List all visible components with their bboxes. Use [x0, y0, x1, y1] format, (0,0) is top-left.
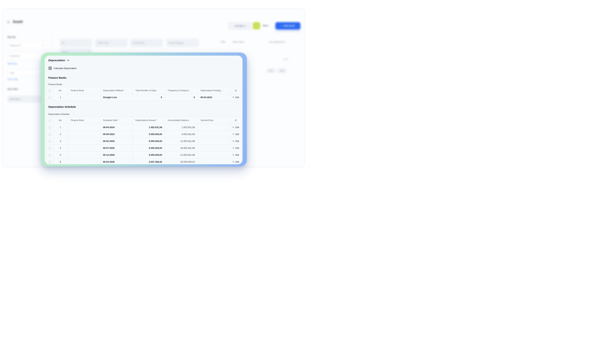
finance-book-cell[interactable]	[68, 131, 100, 138]
edit-button[interactable]: ✎Edit	[232, 140, 239, 143]
finance-book-cell[interactable]	[68, 138, 100, 144]
journal-entry-cell[interactable]	[198, 138, 230, 144]
row-checkbox[interactable]	[49, 126, 51, 129]
depreciation-amount-cell[interactable]: 5.000.000,00	[133, 138, 165, 144]
depreciation-amount-cell[interactable]: 3.947.368,42	[133, 158, 165, 164]
schedule-row: 5 06-12-2025 5.000.000,00 21.052.631,58 …	[47, 151, 241, 158]
select-all-checkbox[interactable]	[49, 119, 51, 122]
row-checkbox[interactable]	[49, 160, 51, 164]
filter-asset-name-input[interactable]: Asset Name	[130, 39, 163, 47]
finance-book-cell[interactable]	[68, 158, 100, 164]
row-checkbox[interactable]	[49, 96, 51, 99]
row-number: 1	[53, 94, 68, 101]
tags-select[interactable]: Tags ▾	[7, 69, 46, 76]
hamburger-menu-icon[interactable]: ☰	[7, 20, 10, 24]
col-posting-date: Depreciation Posting ...	[198, 87, 230, 94]
schedule-date-cell[interactable]: 06-07-2025	[100, 145, 133, 151]
filter-asset-category-label: Asset Category	[169, 42, 184, 44]
pencil-icon: ✎	[232, 154, 234, 156]
gear-icon[interactable]: ⚙	[235, 119, 237, 122]
filter-id-input[interactable]: ID	[60, 39, 92, 47]
schedule-date-cell[interactable]: 06-04-2026	[100, 158, 133, 164]
add-asset-label: Add Asset	[284, 25, 295, 27]
journal-entry-cell[interactable]	[198, 145, 230, 151]
depreciation-method-cell[interactable]: Straight Line	[100, 94, 133, 101]
calculate-depreciation-row: ✓ Calculate Depreciation	[48, 66, 77, 70]
edit-button[interactable]: ✎Edit	[232, 133, 239, 136]
schedule-date-cell[interactable]: 06-04-2024	[100, 124, 133, 131]
total-depreciations-cell[interactable]: 5	[133, 94, 165, 101]
edit-button[interactable]: ✎Edit	[232, 154, 239, 156]
edit-button[interactable]: ✎Edit	[232, 126, 239, 129]
row-checkbox[interactable]	[49, 140, 51, 143]
finance-book-cell[interactable]	[68, 152, 100, 158]
clear-filters-button[interactable]: Clear Filters	[232, 41, 244, 43]
list-view-dropdown[interactable]: List View ▾	[228, 22, 252, 30]
filter-name-input[interactable]: Filter Name	[7, 96, 46, 103]
row-checkbox[interactable]	[49, 146, 51, 150]
schedule-date-cell[interactable]: 06-12-2025	[100, 152, 133, 158]
required-marker: *	[156, 119, 157, 122]
add-asset-button[interactable]: + Add Asset	[275, 22, 300, 29]
chevron-down-icon: ▾	[42, 44, 43, 47]
page-size-100[interactable]: 100	[277, 68, 286, 73]
pencil-icon: ✎	[232, 140, 234, 143]
col-journal-entry: Journal Entry	[198, 117, 230, 124]
notification-button[interactable]	[253, 22, 260, 29]
row-number: 1	[53, 124, 68, 131]
edit-filters-link[interactable]: Edit Filters	[8, 63, 17, 65]
finance-book-cell[interactable]	[68, 124, 100, 131]
gear-icon[interactable]: ⚙	[235, 89, 237, 92]
filter-button[interactable]: Filter	[221, 41, 226, 43]
schedule-date-cell[interactable]: 06-09-2024	[100, 131, 133, 138]
depreciation-title: Depreciation	[48, 59, 65, 62]
kebab-menu-icon[interactable]: ⋮	[260, 41, 262, 43]
edit-button[interactable]: ✎Edit	[232, 96, 239, 99]
filter-asset-name-label: Asset Name	[133, 42, 145, 44]
chevron-up-icon[interactable]	[67, 59, 69, 62]
frequency-cell[interactable]: 5	[165, 94, 198, 101]
col-no: No.	[53, 87, 68, 94]
edit-button[interactable]: ✎Edit	[232, 147, 239, 149]
finance-book-cell[interactable]	[68, 145, 100, 151]
finance-books-table-label: Finance Books	[48, 83, 62, 85]
created-by-select[interactable]: Created By ▾	[7, 52, 46, 60]
record-count: 1 of 5	[283, 58, 288, 60]
depreciation-amount-cell[interactable]: 1.052.631,58	[133, 124, 165, 131]
accumulated-cell: 11.052.631,58	[165, 138, 198, 144]
page: ☰ Asset List View ▾ Menu + Add Asset Fil…	[0, 0, 307, 182]
filter-asset-category-input[interactable]: Asset Category	[166, 39, 199, 47]
journal-entry-cell[interactable]	[198, 131, 230, 138]
page-size-20[interactable]: 20	[266, 68, 275, 73]
schedule-date-cell[interactable]: 06-02-2025	[100, 138, 133, 144]
calculate-depreciation-checkbox[interactable]: ✓	[48, 66, 52, 70]
col-no: No.	[53, 117, 68, 124]
journal-entry-cell[interactable]	[198, 158, 230, 164]
page-title: Asset	[13, 20, 23, 24]
row-checkbox[interactable]	[49, 153, 51, 157]
depreciation-panel: Depreciation ✓ Calculate Depreciation Fi…	[45, 56, 243, 164]
journal-entry-cell[interactable]	[198, 124, 230, 131]
edit-button[interactable]: ✎Edit	[232, 161, 239, 163]
pencil-icon: ✎	[232, 133, 234, 136]
calculate-depreciation-label: Calculate Depreciation	[54, 67, 77, 70]
tags-label: Tags	[10, 72, 14, 74]
depreciation-amount-cell[interactable]: 5.000.000,00	[133, 145, 165, 151]
filter-by-label: Filter By	[7, 36, 16, 38]
filter-asset-code-input[interactable]: Asset Code	[95, 39, 127, 47]
show-tags-link[interactable]: Show Tags	[8, 78, 18, 80]
row-number: 5	[53, 152, 68, 158]
sort-by-select[interactable]: Last Updated On	[269, 41, 285, 43]
finance-book-cell[interactable]	[68, 94, 100, 101]
select-all-checkbox[interactable]	[49, 89, 51, 92]
depreciation-amount-cell[interactable]: 5.000.000,00	[133, 152, 165, 158]
col-frequency: Frequency of Depreci...	[165, 87, 198, 94]
col-accumulated: Accumulated Depreci...	[165, 117, 198, 124]
journal-entry-cell[interactable]	[198, 152, 230, 158]
depreciation-section-header[interactable]: Depreciation	[48, 59, 69, 62]
posting-date-cell[interactable]: 06-04-2024	[198, 94, 230, 101]
depreciation-amount-cell[interactable]: 5.000.000,00	[133, 131, 165, 138]
row-checkbox[interactable]	[49, 133, 51, 136]
menu-button[interactable]: Menu	[263, 24, 268, 27]
assigned-to-select[interactable]: Assigned To ▾	[7, 42, 46, 49]
